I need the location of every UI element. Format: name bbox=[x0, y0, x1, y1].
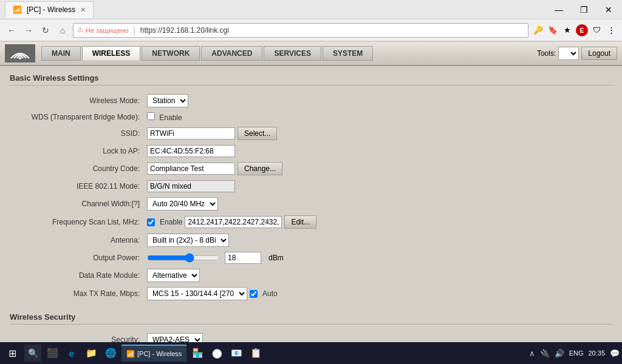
freq-row: Frequency Scan List, MHz: Enable Edit... bbox=[10, 213, 612, 231]
tab-system[interactable]: SYSTEM bbox=[323, 46, 373, 61]
security-section-header: Wireless Security bbox=[10, 312, 612, 325]
bookmark-icon[interactable]: 🔑 bbox=[532, 24, 544, 36]
max-tx-group: MCS 15 - 130/144.4 [270 Auto bbox=[147, 287, 609, 300]
output-input[interactable] bbox=[225, 252, 261, 264]
ssid-select-button[interactable]: Select... bbox=[238, 127, 277, 140]
start-button[interactable]: ⊞ bbox=[2, 345, 22, 362]
country-group: Change... bbox=[147, 162, 609, 175]
minimize-btn[interactable]: — bbox=[550, 4, 568, 16]
wireless-mode-row: Wireless Mode: Station bbox=[10, 92, 612, 110]
star-icon[interactable]: ★ bbox=[561, 24, 573, 36]
basic-settings-table: Wireless Mode: Station WDS (Transparent … bbox=[10, 92, 612, 303]
maximize-btn[interactable]: ❐ bbox=[575, 4, 593, 16]
menu-icon[interactable]: ⋮ bbox=[605, 24, 617, 36]
channel-row: Channel Width:[?] Auto 20/40 MHz bbox=[10, 195, 612, 213]
tab-services[interactable]: SERVICES bbox=[264, 46, 321, 61]
security-row: Security: WPA2-AES bbox=[10, 331, 612, 343]
title-bar: 📶 [PC] - Wireless ✕ — ❐ ✕ bbox=[0, 0, 622, 19]
router-page: MAIN WIRELESS NETWORK ADVANCED SERVICES … bbox=[0, 42, 622, 343]
antenna-label: Antenna: bbox=[10, 231, 143, 249]
wireless-mode-select[interactable]: Station bbox=[147, 94, 188, 107]
tab-wireless[interactable]: WIRELESS bbox=[82, 46, 141, 61]
tab-main[interactable]: MAIN bbox=[41, 46, 81, 61]
chrome-icon[interactable]: ⬤ bbox=[208, 345, 225, 362]
store-icon[interactable]: 🏪 bbox=[189, 345, 206, 362]
output-slider[interactable] bbox=[147, 253, 220, 263]
country-change-button[interactable]: Change... bbox=[238, 162, 282, 175]
profile-icon[interactable]: Е bbox=[576, 24, 588, 36]
freq-checkbox-label: Enable bbox=[160, 218, 182, 226]
max-tx-select[interactable]: MCS 15 - 130/144.4 [270 bbox=[147, 287, 247, 300]
basic-section-header: Basic Wireless Settings bbox=[10, 73, 612, 86]
tab-title: [PC] - Wireless bbox=[27, 5, 75, 14]
wds-row: WDS (Transparent Bridge Mode): Enable bbox=[10, 110, 612, 124]
app-icon-2[interactable]: 📋 bbox=[247, 345, 264, 362]
wds-checkbox-label: Enable bbox=[159, 113, 182, 122]
logout-button[interactable]: Logout bbox=[581, 47, 617, 60]
ssid-label: SSID: bbox=[10, 124, 143, 143]
taskbar-right: ∧ 🔌 🔊 ENG 20:35 💬 bbox=[529, 349, 620, 358]
country-input[interactable] bbox=[147, 163, 235, 175]
country-row: Country Code: Change... bbox=[10, 160, 612, 178]
active-window-icon: 📶 bbox=[126, 350, 135, 358]
channel-label: Channel Width:[?] bbox=[10, 195, 143, 213]
wds-label: WDS (Transparent Bridge Mode): bbox=[10, 110, 143, 124]
lock-ap-input[interactable] bbox=[147, 145, 235, 157]
auto-checkbox[interactable] bbox=[250, 290, 258, 298]
max-tx-row: Max TX Rate, Mbps: MCS 15 - 130/144.4 [2… bbox=[10, 285, 612, 303]
taskbar-search[interactable]: 🔍 bbox=[24, 345, 41, 362]
network-icon[interactable]: 🔌 bbox=[540, 349, 550, 358]
data-rate-row: Data Rate Module: Alternative bbox=[10, 266, 612, 285]
extensions-icon[interactable]: 🔖 bbox=[547, 24, 559, 36]
forward-btn[interactable]: → bbox=[22, 24, 35, 37]
data-rate-select[interactable]: Alternative bbox=[147, 269, 200, 282]
close-btn[interactable]: ✕ bbox=[600, 4, 617, 16]
security-warning: ⚠ bbox=[77, 26, 83, 34]
security-select[interactable]: WPA2-AES bbox=[147, 333, 203, 343]
extension-icon[interactable]: 🛡 bbox=[590, 24, 603, 36]
country-label: Country Code: bbox=[10, 160, 143, 178]
tab-close-btn[interactable]: ✕ bbox=[80, 6, 86, 14]
output-row: Output Power: dBm bbox=[10, 249, 612, 266]
clock[interactable]: 20:35 bbox=[588, 349, 605, 357]
browser-tab[interactable]: 📶 [PC] - Wireless ✕ bbox=[5, 1, 94, 18]
wds-checkbox[interactable] bbox=[147, 112, 155, 120]
tools-select[interactable] bbox=[558, 47, 579, 60]
auto-label: Auto bbox=[262, 289, 278, 298]
max-tx-label: Max TX Rate, Mbps: bbox=[10, 285, 143, 303]
address-icons: 🔑 🔖 ★ Е 🛡 ⋮ bbox=[532, 24, 617, 36]
freq-label: Frequency Scan List, MHz: bbox=[10, 213, 143, 231]
output-label: Output Power: bbox=[10, 249, 143, 266]
channel-select[interactable]: Auto 20/40 MHz bbox=[147, 197, 218, 211]
data-rate-label: Data Rate Module: bbox=[10, 266, 143, 285]
folder-icon[interactable]: 📁 bbox=[83, 345, 100, 362]
home-btn[interactable]: ⌂ bbox=[56, 24, 69, 37]
back-btn[interactable]: ← bbox=[5, 24, 18, 37]
lang-indicator[interactable]: ENG bbox=[569, 349, 584, 357]
ie-icon[interactable]: 🌐 bbox=[102, 345, 119, 362]
volume-icon[interactable]: 🔊 bbox=[555, 349, 564, 358]
reload-btn[interactable]: ↻ bbox=[39, 24, 52, 37]
app-icon-1[interactable]: 📧 bbox=[228, 345, 245, 362]
notification-icon[interactable]: 💬 bbox=[610, 349, 620, 358]
ieee-input bbox=[147, 180, 235, 192]
security-label: Security: bbox=[10, 331, 143, 343]
freq-edit-button[interactable]: Edit... bbox=[284, 215, 316, 229]
freq-group: Enable Edit... bbox=[147, 215, 609, 229]
task-view-icon[interactable]: ⬛ bbox=[44, 345, 61, 362]
taskbar: ⊞ 🔍 ⬛ e 📁 🌐 📶 [PC] - Wireless 🏪 ⬤ 📧 📋 ∧ … bbox=[0, 342, 622, 364]
tab-network[interactable]: NETWORK bbox=[142, 46, 200, 61]
url-box[interactable]: ⚠ Не защищено | https://192.168.1.20/lin… bbox=[73, 23, 528, 38]
ssid-input[interactable] bbox=[147, 127, 235, 140]
tab-advanced[interactable]: ADVANCED bbox=[201, 46, 262, 61]
antenna-select[interactable]: Built in (2x2) - 8 dBi bbox=[147, 234, 229, 247]
edge-icon[interactable]: e bbox=[63, 345, 80, 362]
router-logo bbox=[5, 44, 35, 62]
freq-input[interactable] bbox=[185, 216, 282, 228]
address-bar: ← → ↻ ⌂ ⚠ Не защищено | https://192.168.… bbox=[0, 19, 622, 41]
active-window-browser[interactable]: 📶 [PC] - Wireless bbox=[121, 345, 186, 362]
freq-checkbox[interactable] bbox=[147, 218, 155, 226]
tools-area: Tools: Logout bbox=[537, 47, 617, 60]
tray-up-icon[interactable]: ∧ bbox=[529, 349, 535, 358]
lock-ap-row: Lock to AP: bbox=[10, 143, 612, 160]
